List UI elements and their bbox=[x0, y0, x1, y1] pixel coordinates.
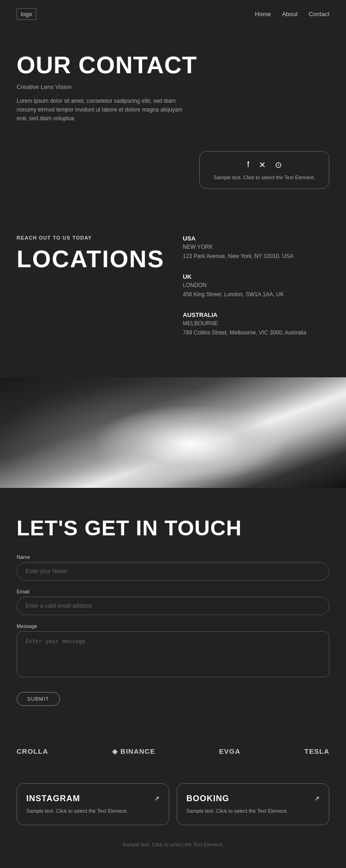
name-label: Name bbox=[17, 554, 329, 560]
booking-card-text: Sample text. Click to select the Text El… bbox=[186, 807, 320, 815]
location-uk-city: LONDON bbox=[183, 282, 329, 288]
location-uk-address: 456 King Street, London, SW1A 1AA, UK bbox=[183, 290, 329, 299]
email-form-group: Email bbox=[17, 589, 329, 615]
location-australia-address: 789 Collins Street, Melbourne, VIC 3000,… bbox=[183, 328, 329, 337]
hero-image bbox=[0, 377, 346, 488]
location-australia-city: MELBOURNE bbox=[183, 320, 329, 327]
locations-left: REACH OUT TO US TODAY LOCATIONS bbox=[17, 235, 164, 350]
nav-home[interactable]: Home bbox=[255, 11, 271, 18]
brand-crolla: CROLLA bbox=[17, 747, 48, 755]
hero-section: OUR CONTACT Creative Lens Vision Lorem i… bbox=[0, 28, 346, 151]
twitter-icon[interactable]: ✕ bbox=[259, 160, 266, 170]
submit-button[interactable]: SUBMIT bbox=[17, 692, 60, 706]
social-icons-row: f ✕ ⊙ bbox=[247, 160, 282, 170]
location-uk: UK LONDON 456 King Street, London, SW1A … bbox=[183, 273, 329, 299]
locations-section: REACH OUT TO US TODAY LOCATIONS USA NEW … bbox=[0, 217, 346, 377]
location-usa-country: USA bbox=[183, 235, 329, 242]
location-uk-country: UK bbox=[183, 273, 329, 280]
instagram-card-header: INSTAGRAM ↗ bbox=[26, 794, 160, 803]
brand-evga: EVGA bbox=[219, 747, 241, 755]
email-input[interactable] bbox=[17, 597, 329, 615]
location-usa-city: NEW YORK bbox=[183, 244, 329, 250]
location-usa: USA NEW YORK 123 Park Avenue, New York, … bbox=[183, 235, 329, 260]
message-label: Message bbox=[17, 623, 329, 629]
hero-image-inner bbox=[0, 377, 346, 488]
message-form-group: Message bbox=[17, 623, 329, 679]
booking-arrow-icon: ↗ bbox=[314, 795, 320, 802]
instagram-arrow-icon: ↗ bbox=[154, 795, 160, 802]
location-usa-address: 123 Park Avenue, New York, NY 10010, USA bbox=[183, 252, 329, 260]
social-box-container: f ✕ ⊙ Sample text. Click to select the T… bbox=[0, 151, 346, 189]
instagram-card-title: INSTAGRAM bbox=[26, 794, 80, 803]
location-australia-country: AUSTRALIA bbox=[183, 311, 329, 318]
booking-card-header: BOOKING ↗ bbox=[186, 794, 320, 803]
hero-subtitle: Creative Lens Vision bbox=[17, 83, 329, 90]
header: logo Home About Contact bbox=[0, 0, 346, 28]
locations-title: LOCATIONS bbox=[17, 245, 164, 273]
instagram-card[interactable]: INSTAGRAM ↗ Sample text. Click to select… bbox=[17, 783, 169, 826]
footer: Sample text. Click to select the Text El… bbox=[0, 834, 346, 856]
location-australia: AUSTRALIA MELBOURNE 789 Collins Street, … bbox=[183, 311, 329, 337]
nav: Home About Contact bbox=[255, 11, 329, 18]
brand-tesla: TESLA bbox=[304, 747, 329, 755]
social-cards-section: INSTAGRAM ↗ Sample text. Click to select… bbox=[0, 774, 346, 835]
facebook-icon[interactable]: f bbox=[247, 160, 250, 170]
brands-section: CROLLA ◈ BINANCE EVGA TESLA bbox=[0, 724, 346, 774]
email-label: Email bbox=[17, 589, 329, 594]
hero-title: OUR CONTACT bbox=[17, 51, 329, 79]
contact-section: LET'S GET IN TOUCH Name Email Message SU… bbox=[0, 488, 346, 724]
hero-description: Lorem ipsum dolor sit amet, consetetur s… bbox=[17, 97, 192, 123]
reach-label: REACH OUT TO US TODAY bbox=[17, 235, 164, 240]
social-box-sample-text: Sample text. Click to select the Text El… bbox=[214, 175, 315, 180]
message-textarea[interactable] bbox=[17, 631, 329, 677]
social-box: f ✕ ⊙ Sample text. Click to select the T… bbox=[199, 151, 329, 189]
logo: logo bbox=[17, 8, 36, 20]
name-input[interactable] bbox=[17, 562, 329, 581]
contact-title: LET'S GET IN TOUCH bbox=[17, 516, 329, 540]
booking-card-title: BOOKING bbox=[186, 794, 229, 803]
footer-text: Sample text. Click to select the Text El… bbox=[122, 842, 224, 847]
name-form-group: Name bbox=[17, 554, 329, 581]
locations-list: USA NEW YORK 123 Park Avenue, New York, … bbox=[183, 235, 329, 350]
booking-card[interactable]: BOOKING ↗ Sample text. Click to select t… bbox=[177, 783, 329, 826]
brand-binance: ◈ BINANCE bbox=[112, 747, 155, 756]
nav-about[interactable]: About bbox=[282, 11, 298, 18]
nav-contact[interactable]: Contact bbox=[309, 11, 329, 18]
instagram-card-text: Sample text. Click to select the Text El… bbox=[26, 807, 160, 815]
instagram-icon[interactable]: ⊙ bbox=[275, 160, 282, 170]
